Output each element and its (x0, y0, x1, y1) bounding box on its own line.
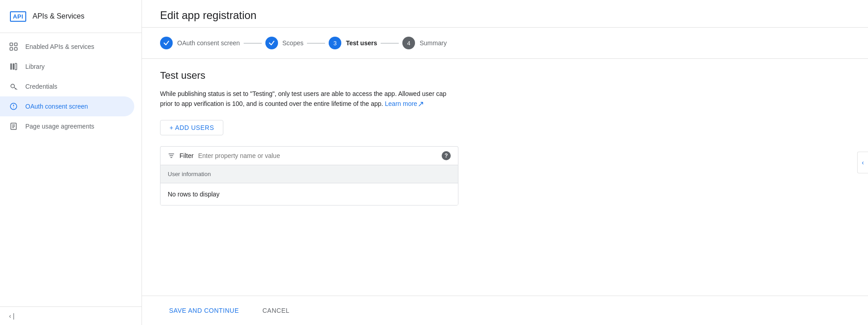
svg-rect-0 (10, 43, 13, 46)
learn-more-link[interactable]: Learn more (385, 99, 424, 109)
sidebar: API APIs & Services Enabled APIs & servi… (0, 0, 142, 325)
step-3-number: 3 (334, 40, 337, 47)
main-content-area: Edit app registration OAuth consent scre… (142, 0, 868, 325)
page-header: Edit app registration (142, 0, 868, 28)
action-bar: SAVE AND CONTINUE CANCEL (142, 296, 868, 325)
table-empty-message: No rows to display (160, 183, 458, 205)
grid-icon (9, 42, 18, 51)
save-and-continue-button[interactable]: SAVE AND CONTINUE (160, 303, 248, 318)
external-link-icon (418, 101, 424, 107)
stepper: OAuth consent screen Scopes 3 Test users… (142, 28, 868, 59)
filter-label: Filter (179, 152, 193, 159)
sidebar-item-library[interactable]: Library (0, 57, 134, 76)
filter-bar: Filter ? (160, 146, 458, 165)
sidebar-title: APIs & Services (33, 12, 85, 20)
sidebar-collapse-button[interactable]: ‹ | (9, 312, 132, 320)
step-summary: 4 Summary (402, 37, 447, 49)
right-panel-toggle[interactable]: ‹ (857, 152, 868, 173)
sidebar-item-enabled-apis-label: Enabled APIs & services (25, 43, 94, 50)
step-oauth: OAuth consent screen (160, 37, 240, 49)
sidebar-item-oauth-label: OAuth consent screen (25, 103, 88, 110)
sidebar-item-page-usage-label: Page usage agreements (25, 123, 94, 130)
page-icon (9, 122, 18, 131)
column-user-info: User information (160, 165, 251, 183)
step-2-label: Scopes (283, 39, 304, 47)
step-4-circle: 4 (402, 37, 415, 49)
section-description: While publishing status is set to "Testi… (160, 89, 449, 109)
sidebar-item-enabled-apis[interactable]: Enabled APIs & services (0, 37, 134, 57)
step-1-label: OAuth consent screen (177, 39, 240, 47)
svg-rect-5 (13, 63, 14, 70)
page-title: Edit app registration (160, 9, 850, 22)
section-title: Test users (160, 70, 850, 81)
key-icon (9, 82, 18, 91)
sidebar-nav: Enabled APIs & services Library (0, 33, 142, 306)
sidebar-item-oauth-consent[interactable]: OAuth consent screen (0, 96, 134, 116)
step-3-circle: 3 (329, 37, 341, 49)
data-table: User information No rows to display (160, 165, 458, 206)
svg-rect-6 (15, 63, 17, 70)
collapse-icon: ‹ | (9, 312, 14, 320)
main-body: Test users While publishing status is se… (142, 59, 868, 296)
chevron-right-icon: ‹ (862, 159, 864, 166)
step-divider-2 (307, 43, 325, 43)
add-users-label: + ADD USERS (170, 124, 214, 131)
help-icon[interactable]: ? (442, 151, 451, 160)
svg-point-7 (11, 84, 14, 88)
step-scopes: Scopes (265, 37, 304, 49)
api-logo: API (9, 7, 27, 25)
filter-icon (168, 152, 175, 159)
svg-rect-4 (10, 63, 12, 70)
step-test-users: 3 Test users (329, 37, 377, 49)
sidebar-item-library-label: Library (25, 63, 45, 70)
column-extra (251, 165, 458, 183)
sidebar-item-credentials[interactable]: Credentials (0, 76, 134, 96)
svg-rect-3 (14, 48, 17, 50)
library-icon (9, 62, 18, 71)
add-users-button[interactable]: + ADD USERS (160, 120, 223, 135)
step-divider-1 (244, 43, 262, 43)
sidebar-bottom: ‹ | (0, 306, 142, 325)
oauth-icon (9, 102, 18, 111)
sidebar-header: API APIs & Services (0, 0, 142, 33)
sidebar-item-credentials-label: Credentials (25, 83, 57, 90)
step-3-label: Test users (346, 39, 377, 47)
step-4-label: Summary (420, 39, 447, 47)
api-logo-text: API (10, 11, 26, 22)
svg-rect-1 (14, 43, 17, 46)
step-4-number: 4 (407, 40, 410, 47)
cancel-button[interactable]: CANCEL (254, 303, 299, 318)
step-2-circle (265, 37, 278, 49)
filter-input[interactable] (198, 152, 437, 159)
learn-more-text: Learn more (385, 99, 417, 109)
table-header: User information (160, 165, 458, 183)
sidebar-item-page-usage[interactable]: Page usage agreements (0, 116, 134, 136)
svg-rect-2 (10, 48, 13, 50)
step-1-circle (160, 37, 173, 49)
step-divider-3 (381, 43, 399, 43)
